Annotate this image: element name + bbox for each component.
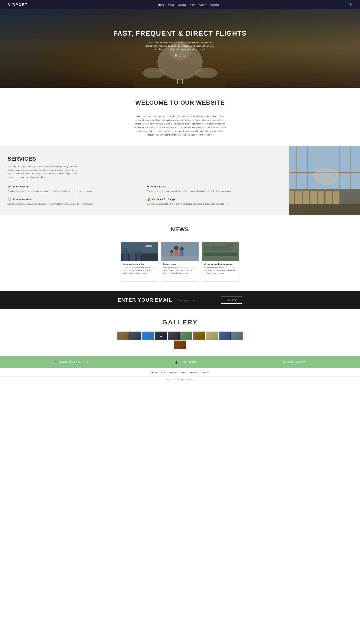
svg-rect-24 bbox=[333, 191, 339, 204]
footer-bottom: Copyright © 2014 | Privacy Policy bbox=[0, 376, 360, 382]
svg-rect-8 bbox=[296, 146, 297, 189]
svg-point-3 bbox=[195, 68, 218, 78]
svg-rect-44 bbox=[226, 244, 233, 251]
svg-rect-36 bbox=[180, 251, 184, 256]
news-title: NEWS bbox=[4, 226, 356, 232]
news-card-3-text: Xum dolad minim veniam, quis nostrud exe… bbox=[204, 266, 237, 275]
news-card-3-title: Ut wisi enim ad minim veniam bbox=[204, 263, 237, 265]
footer-nav-contacts[interactable]: Contacts bbox=[201, 371, 209, 374]
scroll-down-button[interactable]: ↓ bbox=[177, 79, 183, 84]
gallery-section: GALLERY bbox=[0, 309, 360, 356]
footer-nav: Home About Services News Gallery Contact… bbox=[0, 368, 360, 376]
hero-section: FAST, FREQUENT & DIRECT FLIGHTS Ut wisi … bbox=[0, 9, 360, 88]
svg-point-37 bbox=[170, 250, 173, 253]
nav-home[interactable]: Home bbox=[158, 4, 164, 6]
news-card-2-title: Eodem modo bbox=[163, 263, 197, 265]
subscribe-section: ENTER YOUR EMAIL Subscribe bbox=[0, 291, 360, 309]
nav-contacts[interactable]: Contacts bbox=[210, 4, 219, 6]
nav-about[interactable]: About bbox=[168, 4, 174, 6]
news-card-2-text: Rem ipsum dolad minim veniam, quis nostr… bbox=[163, 266, 197, 275]
svg-rect-34 bbox=[174, 250, 178, 257]
contact-phone: 📱 +1 800 603 6035 bbox=[174, 360, 197, 364]
service-communication: 📡 Communication Ad minim veniam, quis no… bbox=[8, 197, 142, 206]
gallery-thumb-8[interactable] bbox=[206, 332, 218, 340]
gallery-thumb-10[interactable] bbox=[231, 332, 243, 340]
footer-nav-services[interactable]: Services bbox=[170, 371, 177, 374]
hero-subtitle: Ut wisi enim ad minim veniam, quis nostr… bbox=[144, 41, 216, 51]
svg-rect-21 bbox=[310, 191, 317, 204]
nav-services[interactable]: Services bbox=[177, 4, 186, 6]
service-food-name: Food & Drinks bbox=[13, 185, 30, 188]
location-icon: 📍 bbox=[54, 360, 58, 364]
svg-rect-29 bbox=[130, 246, 135, 261]
gallery-thumb-1[interactable] bbox=[117, 332, 129, 340]
service-medical-header: ✚ Medical Care bbox=[147, 184, 281, 189]
news-card-1-body: Demonstrav erunt leer Lorem ipsum dolad … bbox=[121, 261, 158, 282]
service-comm-desc: Ad minim veniam, quis nostrud exerci tat… bbox=[8, 202, 142, 206]
news-card-2-arrow[interactable]: → bbox=[163, 277, 165, 279]
email-text: mail@demolink.org bbox=[287, 361, 306, 363]
service-currency: 💰 Currency Exchange Minim veniam, quis n… bbox=[147, 197, 281, 206]
svg-rect-9 bbox=[307, 146, 307, 189]
service-food-desc: Enim ad minim veniam, quis nostrud exerc… bbox=[8, 190, 142, 193]
gallery-thumb-11[interactable] bbox=[174, 340, 186, 349]
gallery-thumb-5[interactable] bbox=[168, 332, 180, 340]
carousel-dot-3[interactable] bbox=[183, 54, 186, 56]
footer-nav-news[interactable]: News bbox=[181, 371, 187, 374]
footer-nav-about[interactable]: About bbox=[160, 371, 166, 374]
email-input[interactable] bbox=[178, 299, 215, 302]
news-image-1 bbox=[121, 242, 158, 261]
svg-rect-20 bbox=[303, 191, 309, 204]
welcome-title: WELCOME TO OUR WEBSITE bbox=[4, 99, 356, 106]
nav-news[interactable]: News bbox=[190, 4, 196, 6]
gallery-thumb-7[interactable] bbox=[193, 332, 205, 340]
news-card-3-arrow[interactable]: → bbox=[204, 277, 206, 279]
gallery-thumb-6[interactable] bbox=[180, 332, 192, 340]
news-card-1-arrow[interactable]: → bbox=[123, 277, 125, 279]
phone-text: +1 800 603 6035 bbox=[180, 361, 197, 363]
gallery-thumb-4[interactable] bbox=[155, 332, 167, 340]
service-medical-desc: Enim ad minim veniam, quis nostrud exerc… bbox=[147, 190, 281, 193]
food-drinks-icon: ☕ bbox=[8, 184, 12, 189]
news-section: NEWS Demonstrav erunt leer Lorem i bbox=[0, 215, 360, 291]
svg-rect-43 bbox=[219, 246, 225, 251]
svg-rect-12 bbox=[339, 146, 340, 189]
svg-point-35 bbox=[180, 247, 184, 251]
address-text: 3878 St Vincent Place, DC 45 bbox=[60, 361, 89, 363]
welcome-section: WELCOME TO OUR WEBSITE Wisi enim ad mini… bbox=[0, 88, 360, 146]
news-grid: Demonstrav erunt leer Lorem ipsum dolad … bbox=[114, 242, 246, 282]
service-comm-header: 📡 Communication bbox=[8, 197, 142, 202]
svg-rect-28 bbox=[123, 248, 128, 261]
subscribe-button[interactable]: Subscribe bbox=[221, 296, 242, 304]
subscribe-label: ENTER YOUR EMAIL bbox=[118, 297, 172, 303]
svg-point-16 bbox=[314, 168, 339, 185]
gallery-grid bbox=[111, 332, 249, 349]
news-image-3 bbox=[202, 242, 239, 261]
gallery-thumb-3[interactable] bbox=[142, 332, 154, 340]
svg-rect-30 bbox=[137, 250, 140, 261]
phone-icon: 📱 bbox=[174, 360, 178, 364]
news-card-1-text: Lorem ipsum dolad minim veniam, quis nos… bbox=[123, 266, 156, 275]
search-icon[interactable]: 🔍 bbox=[349, 3, 352, 6]
svg-rect-41 bbox=[204, 246, 210, 251]
contact-email: ✉ mail@demolink.org bbox=[283, 360, 306, 364]
gallery-thumb-2[interactable] bbox=[129, 332, 141, 340]
svg-rect-45 bbox=[204, 252, 237, 256]
gallery-title: GALLERY bbox=[4, 319, 356, 326]
footer-nav-home[interactable]: Home bbox=[151, 371, 157, 374]
svg-rect-18 bbox=[289, 191, 294, 204]
svg-rect-42 bbox=[211, 245, 218, 251]
news-card-1: Demonstrav erunt leer Lorem ipsum dolad … bbox=[121, 242, 158, 282]
services-image bbox=[289, 146, 360, 215]
carousel-dot-1[interactable] bbox=[174, 54, 177, 56]
carousel-dot-2[interactable] bbox=[179, 54, 181, 56]
svg-rect-25 bbox=[289, 204, 360, 215]
svg-rect-13 bbox=[350, 146, 351, 189]
news-card-3: Ut wisi enim ad minim veniam Xum dolad m… bbox=[202, 242, 239, 282]
services-content: SERVICES Wisi enim ad minim veniam, quis… bbox=[0, 146, 289, 215]
footer-nav-gallery[interactable]: Gallery bbox=[190, 371, 197, 374]
currency-icon: 💰 bbox=[147, 197, 151, 202]
news-card-1-title: Demonstrav erunt leer bbox=[123, 263, 156, 265]
nav-gallery[interactable]: Gallery bbox=[199, 4, 207, 6]
gallery-thumb-9[interactable] bbox=[219, 332, 231, 340]
